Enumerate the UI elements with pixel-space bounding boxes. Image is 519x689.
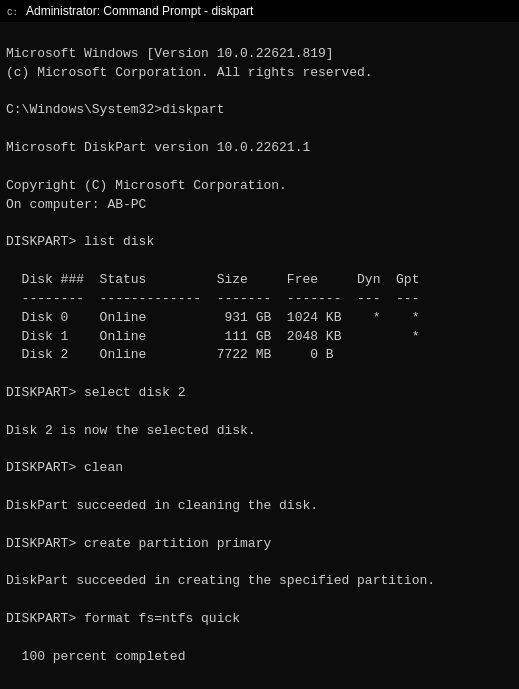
terminal-line (6, 120, 513, 139)
terminal-line: DISKPART> create partition primary (6, 535, 513, 554)
terminal-line (6, 478, 513, 497)
terminal-line: Microsoft DiskPart version 10.0.22621.1 (6, 139, 513, 158)
terminal-body[interactable]: Microsoft Windows [Version 10.0.22621.81… (0, 22, 519, 689)
terminal-line: DiskPart succeeded in cleaning the disk. (6, 497, 513, 516)
terminal-line (6, 591, 513, 610)
terminal-line: Microsoft Windows [Version 10.0.22621.81… (6, 45, 513, 64)
terminal-line: DISKPART> list disk (6, 233, 513, 252)
terminal-line: Disk 2 Online 7722 MB 0 B (6, 346, 513, 365)
terminal-line (6, 554, 513, 573)
title-bar-text: Administrator: Command Prompt - diskpart (26, 4, 253, 18)
svg-text:C:: C: (7, 8, 18, 18)
terminal-line: Disk 1 Online 111 GB 2048 KB * (6, 328, 513, 347)
terminal-line: DISKPART> format fs=ntfs quick (6, 610, 513, 629)
terminal-line: On computer: AB-PC (6, 196, 513, 215)
terminal-line (6, 83, 513, 102)
terminal-line (6, 441, 513, 460)
terminal-line: Disk 0 Online 931 GB 1024 KB * * (6, 309, 513, 328)
title-bar: C: Administrator: Command Prompt - diskp… (0, 0, 519, 22)
terminal-line: -------- ------------- ------- ------- -… (6, 290, 513, 309)
terminal-line (6, 214, 513, 233)
terminal-line (6, 252, 513, 271)
terminal-line (6, 629, 513, 648)
terminal-line: DISKPART> clean (6, 459, 513, 478)
terminal-line: DISKPART> select disk 2 (6, 384, 513, 403)
terminal-line: (c) Microsoft Corporation. All rights re… (6, 64, 513, 83)
terminal-line (6, 403, 513, 422)
terminal-line (6, 365, 513, 384)
terminal-line: C:\Windows\System32>diskpart (6, 101, 513, 120)
terminal-line: 100 percent completed (6, 648, 513, 667)
terminal-line: Disk ### Status Size Free Dyn Gpt (6, 271, 513, 290)
terminal-line: Disk 2 is now the selected disk. (6, 422, 513, 441)
terminal-line: Copyright (C) Microsoft Corporation. (6, 177, 513, 196)
cmd-icon: C: (6, 4, 20, 18)
terminal-line (6, 667, 513, 686)
terminal-line (6, 516, 513, 535)
terminal-line: DiskPart successfully formatted the volu… (6, 686, 513, 689)
terminal-line (6, 158, 513, 177)
terminal-line: DiskPart succeeded in creating the speci… (6, 572, 513, 591)
